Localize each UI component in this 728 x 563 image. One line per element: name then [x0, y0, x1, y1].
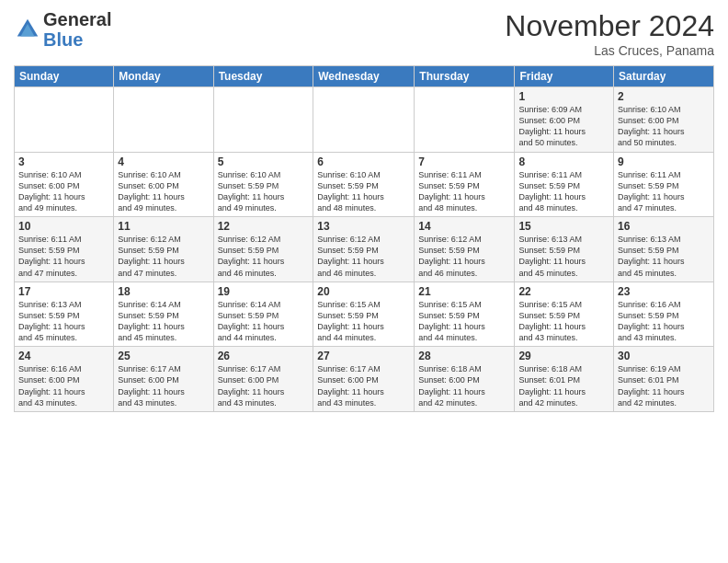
table-row: 28Sunrise: 6:18 AM Sunset: 6:00 PM Dayli…: [415, 347, 515, 412]
day-info: Sunrise: 6:12 AM Sunset: 5:59 PM Dayligh…: [218, 234, 310, 279]
day-number: 20: [317, 285, 410, 298]
day-info: Sunrise: 6:15 AM Sunset: 5:59 PM Dayligh…: [317, 299, 410, 344]
table-row: [313, 87, 415, 153]
day-info: Sunrise: 6:13 AM Sunset: 5:59 PM Dayligh…: [518, 234, 609, 279]
day-info: Sunrise: 6:12 AM Sunset: 5:59 PM Dayligh…: [317, 234, 410, 279]
day-info: Sunrise: 6:10 AM Sunset: 6:00 PM Dayligh…: [618, 104, 710, 149]
logo-text: General Blue: [43, 9, 111, 50]
day-info: Sunrise: 6:11 AM Sunset: 5:59 PM Dayligh…: [418, 169, 510, 214]
calendar-week-1: 1Sunrise: 6:09 AM Sunset: 6:00 PM Daylig…: [15, 87, 714, 153]
table-row: [114, 87, 213, 153]
day-info: Sunrise: 6:10 AM Sunset: 5:59 PM Dayligh…: [317, 169, 410, 214]
table-row: 10Sunrise: 6:11 AM Sunset: 5:59 PM Dayli…: [15, 217, 114, 282]
day-info: Sunrise: 6:12 AM Sunset: 5:59 PM Dayligh…: [118, 234, 209, 279]
day-info: Sunrise: 6:17 AM Sunset: 6:00 PM Dayligh…: [218, 363, 310, 408]
day-number: 24: [18, 350, 109, 362]
day-number: 9: [618, 155, 710, 168]
table-row: 30Sunrise: 6:19 AM Sunset: 6:01 PM Dayli…: [614, 347, 714, 412]
table-row: 24Sunrise: 6:16 AM Sunset: 6:00 PM Dayli…: [15, 347, 114, 412]
calendar-week-5: 24Sunrise: 6:16 AM Sunset: 6:00 PM Dayli…: [15, 347, 714, 412]
table-row: 18Sunrise: 6:14 AM Sunset: 5:59 PM Dayli…: [114, 282, 213, 347]
table-row: 21Sunrise: 6:15 AM Sunset: 5:59 PM Dayli…: [415, 282, 515, 347]
day-info: Sunrise: 6:16 AM Sunset: 5:59 PM Dayligh…: [618, 299, 710, 344]
col-friday: Friday: [515, 66, 614, 87]
table-row: 4Sunrise: 6:10 AM Sunset: 6:00 PM Daylig…: [114, 152, 213, 217]
day-number: 18: [118, 285, 209, 298]
day-number: 23: [618, 285, 710, 298]
table-row: 29Sunrise: 6:18 AM Sunset: 6:01 PM Dayli…: [515, 347, 614, 412]
day-number: 2: [618, 90, 710, 103]
table-row: 3Sunrise: 6:10 AM Sunset: 6:00 PM Daylig…: [15, 152, 114, 217]
table-row: 25Sunrise: 6:17 AM Sunset: 6:00 PM Dayli…: [114, 347, 213, 412]
day-info: Sunrise: 6:14 AM Sunset: 5:59 PM Dayligh…: [118, 299, 209, 344]
table-row: 12Sunrise: 6:12 AM Sunset: 5:59 PM Dayli…: [213, 217, 313, 282]
table-row: 7Sunrise: 6:11 AM Sunset: 5:59 PM Daylig…: [415, 152, 515, 217]
day-info: Sunrise: 6:12 AM Sunset: 5:59 PM Dayligh…: [418, 234, 510, 279]
table-row: 16Sunrise: 6:13 AM Sunset: 5:59 PM Dayli…: [614, 217, 714, 282]
day-number: 5: [218, 155, 310, 168]
table-row: 13Sunrise: 6:12 AM Sunset: 5:59 PM Dayli…: [313, 217, 415, 282]
calendar-week-4: 17Sunrise: 6:13 AM Sunset: 5:59 PM Dayli…: [15, 282, 714, 347]
day-number: 17: [18, 285, 109, 298]
day-info: Sunrise: 6:17 AM Sunset: 6:00 PM Dayligh…: [317, 363, 410, 408]
day-number: 27: [317, 350, 410, 362]
table-row: 19Sunrise: 6:14 AM Sunset: 5:59 PM Dayli…: [213, 282, 313, 347]
day-info: Sunrise: 6:19 AM Sunset: 6:01 PM Dayligh…: [618, 363, 710, 408]
calendar-header-row: Sunday Monday Tuesday Wednesday Thursday…: [15, 66, 714, 87]
table-row: 15Sunrise: 6:13 AM Sunset: 5:59 PM Dayli…: [515, 217, 614, 282]
col-saturday: Saturday: [614, 66, 714, 87]
table-row: 27Sunrise: 6:17 AM Sunset: 6:00 PM Dayli…: [313, 347, 415, 412]
day-info: Sunrise: 6:11 AM Sunset: 5:59 PM Dayligh…: [18, 234, 109, 279]
table-row: 8Sunrise: 6:11 AM Sunset: 5:59 PM Daylig…: [515, 152, 614, 217]
day-number: 8: [518, 155, 609, 168]
table-row: 2Sunrise: 6:10 AM Sunset: 6:00 PM Daylig…: [614, 87, 714, 153]
day-number: 6: [317, 155, 410, 168]
day-number: 13: [317, 220, 410, 233]
calendar-week-2: 3Sunrise: 6:10 AM Sunset: 6:00 PM Daylig…: [15, 152, 714, 217]
table-row: [15, 87, 114, 153]
logo-general: General: [43, 9, 111, 29]
table-row: 1Sunrise: 6:09 AM Sunset: 6:00 PM Daylig…: [515, 87, 614, 153]
day-info: Sunrise: 6:10 AM Sunset: 6:00 PM Dayligh…: [18, 169, 109, 214]
calendar-week-3: 10Sunrise: 6:11 AM Sunset: 5:59 PM Dayli…: [15, 217, 714, 282]
day-info: Sunrise: 6:09 AM Sunset: 6:00 PM Dayligh…: [518, 104, 609, 149]
location: Las Cruces, Panama: [505, 43, 714, 58]
logo: General Blue: [14, 9, 111, 50]
day-info: Sunrise: 6:16 AM Sunset: 6:00 PM Dayligh…: [18, 363, 109, 408]
day-info: Sunrise: 6:18 AM Sunset: 6:01 PM Dayligh…: [518, 363, 609, 408]
day-number: 29: [518, 350, 609, 362]
day-number: 11: [118, 220, 209, 233]
table-row: 11Sunrise: 6:12 AM Sunset: 5:59 PM Dayli…: [114, 217, 213, 282]
col-tuesday: Tuesday: [213, 66, 313, 87]
day-number: 4: [118, 155, 209, 168]
table-row: 23Sunrise: 6:16 AM Sunset: 5:59 PM Dayli…: [614, 282, 714, 347]
day-number: 22: [518, 285, 609, 298]
page-header: General Blue November 2024 Las Cruces, P…: [14, 9, 714, 58]
day-info: Sunrise: 6:11 AM Sunset: 5:59 PM Dayligh…: [518, 169, 609, 214]
logo-blue: Blue: [43, 29, 83, 50]
day-number: 25: [118, 350, 209, 362]
day-info: Sunrise: 6:11 AM Sunset: 5:59 PM Dayligh…: [618, 169, 710, 214]
month-title: November 2024: [505, 9, 714, 43]
table-row: 26Sunrise: 6:17 AM Sunset: 6:00 PM Dayli…: [213, 347, 313, 412]
title-block: November 2024 Las Cruces, Panama: [505, 9, 714, 58]
day-number: 1: [518, 90, 609, 103]
day-info: Sunrise: 6:10 AM Sunset: 6:00 PM Dayligh…: [118, 169, 209, 214]
col-monday: Monday: [114, 66, 213, 87]
table-row: 20Sunrise: 6:15 AM Sunset: 5:59 PM Dayli…: [313, 282, 415, 347]
day-number: 19: [218, 285, 310, 298]
day-info: Sunrise: 6:13 AM Sunset: 5:59 PM Dayligh…: [18, 299, 109, 344]
day-info: Sunrise: 6:13 AM Sunset: 5:59 PM Dayligh…: [618, 234, 710, 279]
logo-icon: [14, 16, 41, 43]
table-row: [415, 87, 515, 153]
day-number: 16: [618, 220, 710, 233]
table-row: 9Sunrise: 6:11 AM Sunset: 5:59 PM Daylig…: [614, 152, 714, 217]
day-number: 28: [418, 350, 510, 362]
day-number: 15: [518, 220, 609, 233]
day-number: 10: [18, 220, 109, 233]
day-number: 12: [218, 220, 310, 233]
day-info: Sunrise: 6:15 AM Sunset: 5:59 PM Dayligh…: [418, 299, 510, 344]
day-number: 3: [18, 155, 109, 168]
table-row: 5Sunrise: 6:10 AM Sunset: 5:59 PM Daylig…: [213, 152, 313, 217]
day-number: 7: [418, 155, 510, 168]
